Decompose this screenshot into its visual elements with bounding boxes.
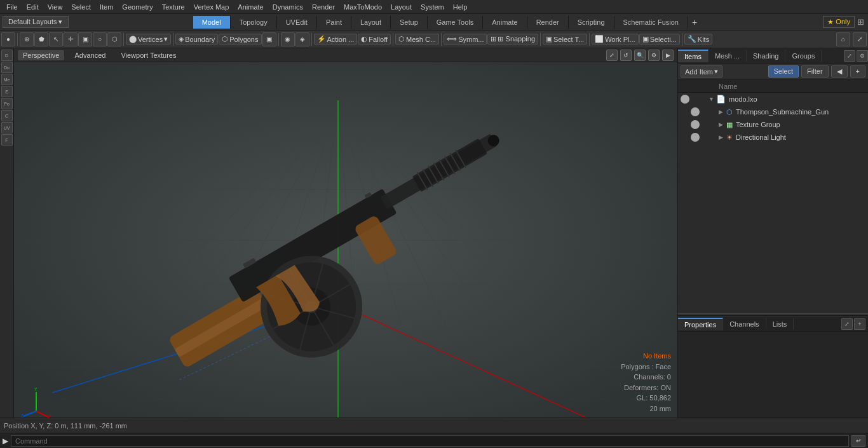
command-input[interactable] bbox=[11, 435, 849, 447]
expand-icon[interactable]: ▶ bbox=[719, 134, 725, 140]
filter-button[interactable]: Filter bbox=[801, 65, 828, 78]
menu-animate[interactable]: Animate bbox=[234, 2, 267, 12]
tab-layout[interactable]: Layout bbox=[351, 16, 391, 29]
props-expand-btn[interactable]: ⤢ bbox=[841, 318, 853, 330]
menu-view[interactable]: View bbox=[44, 2, 67, 12]
command-go-button[interactable]: ↵ bbox=[851, 435, 865, 447]
item-vis-toggle[interactable] bbox=[691, 107, 700, 116]
selection-dropdown[interactable]: ▣ Selecti... bbox=[639, 34, 680, 44]
vp-search-icon[interactable]: 🔍 bbox=[634, 50, 646, 61]
toggle-2[interactable]: ◈ bbox=[295, 32, 309, 46]
tool-circle[interactable]: ○ bbox=[93, 32, 107, 46]
home-button[interactable]: ⌂ bbox=[836, 32, 850, 46]
tab-scripting[interactable]: Scripting bbox=[569, 16, 614, 29]
item-vis-toggle[interactable] bbox=[691, 120, 700, 129]
vp-tab-perspective[interactable]: Perspective bbox=[18, 50, 64, 60]
list-item[interactable]: ▶ ▦ Texture Group bbox=[678, 118, 868, 131]
expand-icon[interactable]: ▼ bbox=[709, 96, 715, 102]
props-tab-lists[interactable]: Lists bbox=[766, 318, 794, 330]
items-tab-groups[interactable]: Groups bbox=[785, 50, 822, 62]
expand-icon[interactable]: ▶ bbox=[719, 121, 725, 128]
sidebar-btn-8[interactable]: F bbox=[1, 134, 13, 146]
tool-dot[interactable]: ● bbox=[1, 32, 15, 46]
tab-schematic-fusion[interactable]: Schematic Fusion bbox=[614, 16, 688, 29]
select-tool-dropdown[interactable]: ▣ Select T... bbox=[543, 34, 587, 44]
more-button[interactable]: + bbox=[850, 65, 865, 78]
vp-tab-viewport-textures[interactable]: Viewport Textures bbox=[116, 50, 181, 60]
layout-expand-button[interactable]: ⊞ bbox=[857, 17, 864, 27]
tab-model[interactable]: Model bbox=[193, 16, 231, 29]
props-add-btn[interactable]: + bbox=[854, 318, 865, 330]
viewport-canvas[interactable]: No Items Polygons : Face Channels: 0 Def… bbox=[14, 62, 677, 417]
items-settings-btn[interactable]: ⚙ bbox=[857, 50, 868, 62]
menu-help[interactable]: Help bbox=[449, 2, 471, 12]
mesh-dropdown[interactable]: ⬡ Mesh C... bbox=[395, 34, 439, 44]
menu-file[interactable]: File bbox=[3, 2, 22, 12]
menu-geometry[interactable]: Geometry bbox=[118, 2, 156, 12]
tab-render[interactable]: Render bbox=[527, 16, 569, 29]
items-tab-mesh[interactable]: Mesh ... bbox=[709, 50, 747, 62]
menu-texture[interactable]: Texture bbox=[158, 2, 189, 12]
tab-paint[interactable]: Paint bbox=[317, 16, 351, 29]
action-dropdown[interactable]: ⚡ Action ... bbox=[314, 34, 358, 44]
vp-home-icon[interactable]: ⤢ bbox=[606, 50, 618, 61]
boundary-dropdown[interactable]: ◈ Boundary bbox=[175, 34, 218, 44]
sidebar-btn-6[interactable]: C bbox=[1, 110, 13, 121]
tool-rect[interactable]: ▣ bbox=[78, 32, 92, 46]
sidebar-btn-4[interactable]: E bbox=[1, 86, 13, 97]
default-layouts-dropdown[interactable]: Default Layouts ▾ bbox=[3, 16, 69, 28]
tab-animate[interactable]: Animate bbox=[483, 16, 527, 29]
list-item[interactable]: ▼ 📄 modo.lxo bbox=[678, 93, 868, 105]
mode-toggle[interactable]: ▣ bbox=[262, 32, 276, 46]
select-button[interactable]: Select bbox=[768, 65, 799, 78]
sidebar-btn-1[interactable]: D bbox=[1, 50, 13, 61]
tool-lasso[interactable]: ⬟ bbox=[34, 32, 48, 46]
vp-tab-advanced[interactable]: Advanced bbox=[69, 50, 111, 60]
layout-plus-button[interactable]: + bbox=[688, 16, 701, 29]
tab-setup[interactable]: Setup bbox=[391, 16, 428, 29]
props-tab-channels[interactable]: Channels bbox=[723, 318, 766, 330]
command-arrow[interactable]: ▶ bbox=[3, 437, 8, 445]
star-only-button[interactable]: ★ Only bbox=[823, 16, 855, 28]
list-item[interactable]: ▶ ⬡ Thompson_Submachine_Gun bbox=[678, 105, 868, 118]
sidebar-btn-7[interactable]: UV bbox=[1, 122, 13, 133]
menu-maxtomodo[interactable]: MaxToModo bbox=[340, 2, 386, 12]
vp-rotate-icon[interactable]: ↺ bbox=[620, 50, 632, 61]
polygons-dropdown[interactable]: ⬡ Polygons bbox=[219, 34, 261, 44]
workplane-dropdown[interactable]: ⬜ Work Pl... bbox=[592, 34, 638, 44]
menu-layout[interactable]: Layout bbox=[387, 2, 416, 12]
collapse-button[interactable]: ◀ bbox=[831, 65, 848, 78]
sidebar-btn-5[interactable]: Po bbox=[1, 98, 13, 109]
sidebar-btn-3[interactable]: Me bbox=[1, 74, 13, 85]
list-item[interactable]: ▶ ☀ Directional Light bbox=[678, 131, 868, 144]
kits-dropdown[interactable]: 🔧 Kits bbox=[684, 34, 712, 44]
add-item-button[interactable]: Add Item ▾ bbox=[681, 65, 722, 78]
tab-game-tools[interactable]: Game Tools bbox=[428, 16, 484, 29]
item-vis-toggle[interactable] bbox=[691, 133, 700, 142]
snapping-dropdown[interactable]: ⊞ ⊞ Snapping bbox=[487, 34, 538, 44]
tab-topology[interactable]: Topology bbox=[231, 16, 277, 29]
tab-uvedit[interactable]: UVEdit bbox=[277, 16, 317, 29]
tool-globe[interactable]: ⊕ bbox=[20, 32, 34, 46]
viewport[interactable]: Perspective Advanced Viewport Textures ⤢… bbox=[14, 48, 677, 417]
items-tab-items[interactable]: Items bbox=[678, 50, 709, 62]
symmetry-dropdown[interactable]: ⟺ Symm... bbox=[444, 34, 487, 44]
menu-render[interactable]: Render bbox=[308, 2, 339, 12]
vp-play-icon[interactable]: ▶ bbox=[662, 50, 674, 61]
item-vis-toggle[interactable] bbox=[681, 95, 689, 104]
menu-edit[interactable]: Edit bbox=[23, 2, 43, 12]
menu-system[interactable]: System bbox=[417, 2, 448, 12]
menu-dynamics[interactable]: Dynamics bbox=[269, 2, 307, 12]
select-mode-dropdown[interactable]: ⬤ Vertices ▾ bbox=[126, 34, 171, 44]
items-expand-btn[interactable]: ⤢ bbox=[844, 50, 855, 62]
toggle-1[interactable]: ◉ bbox=[281, 32, 295, 46]
menu-item[interactable]: Item bbox=[96, 2, 117, 12]
tool-move[interactable]: ✛ bbox=[64, 32, 78, 46]
items-tab-shading[interactable]: Shading bbox=[747, 50, 785, 62]
tool-shield[interactable]: ⬡ bbox=[107, 32, 121, 46]
vp-settings-icon[interactable]: ⚙ bbox=[648, 50, 660, 61]
menu-select[interactable]: Select bbox=[67, 2, 95, 12]
sidebar-btn-2[interactable]: Du bbox=[1, 62, 13, 73]
tool-arrow[interactable]: ↖ bbox=[49, 32, 63, 46]
props-tab-properties[interactable]: Properties bbox=[678, 318, 723, 330]
